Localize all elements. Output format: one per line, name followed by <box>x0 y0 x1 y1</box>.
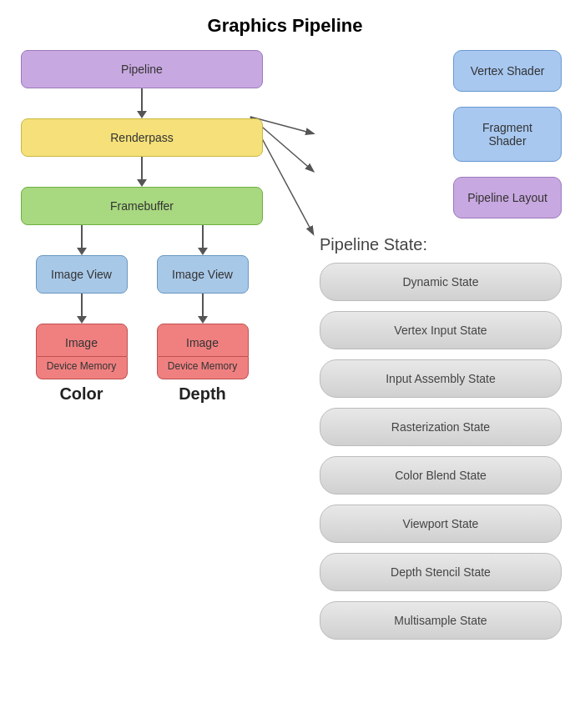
state-box-color-blend-state: Color Blend State <box>320 456 562 495</box>
arrow-pipeline-renderpass <box>137 88 147 118</box>
shader-boxes: Vertex Shader Fragment Shader Pipeline L… <box>311 50 570 218</box>
image-devmem-depth: Image Device Memory <box>157 324 249 379</box>
image-depth-box: Image <box>157 324 249 357</box>
state-box-input-assembly-state: Input Assembly State <box>320 359 562 398</box>
state-box-rasterization-state: Rasterization State <box>320 408 562 446</box>
page-title: Graphics Pipeline <box>0 0 570 45</box>
pipeline-box: Pipeline <box>21 50 263 88</box>
color-label: Color <box>59 384 103 404</box>
framebuffer-box: Framebuffer <box>21 187 263 225</box>
imageview-color-box: Image View <box>36 255 128 294</box>
devmem-depth-box: Device Memory <box>157 357 249 379</box>
depth-branch: Image View Image Device Memory Depth <box>157 225 249 404</box>
imageview-depth-box: Image View <box>157 255 249 294</box>
state-box-depth-stencil-state: Depth Stencil State <box>320 553 562 591</box>
arrow-renderpass-framebuffer <box>137 157 147 187</box>
renderpass-box: Renderpass <box>21 118 263 157</box>
arrow-fb-imageview-color <box>77 225 87 255</box>
color-branch: Image View Image Device Memory Color <box>36 225 128 404</box>
state-box-vertex-input-state: Vertex Input State <box>320 311 562 349</box>
fragment-shader-box: Fragment Shader <box>453 107 562 162</box>
image-devmem-color: Image Device Memory <box>36 324 128 379</box>
arrow-imageview-image-color <box>77 294 87 324</box>
vertex-shader-box: Vertex Shader <box>453 50 562 92</box>
right-panel: Vertex Shader Fragment Shader Pipeline L… <box>311 50 570 650</box>
depth-label: Depth <box>179 384 226 404</box>
image-color-box: Image <box>36 324 128 357</box>
state-box-viewport-state: Viewport State <box>320 505 562 543</box>
arrow-imageview-image-depth <box>198 294 208 324</box>
arrow-fb-imageview-depth <box>198 225 208 255</box>
state-boxes-container: Dynamic StateVertex Input StateInput Ass… <box>311 263 570 640</box>
state-box-multisample-state: Multisample State <box>320 601 562 640</box>
pipeline-layout-box: Pipeline Layout <box>453 177 562 218</box>
left-panel: Pipeline Renderpass Framebuffer <box>0 50 284 404</box>
state-box-dynamic-state: Dynamic State <box>320 263 562 301</box>
pipeline-state-label: Pipeline State: <box>320 235 570 254</box>
devmem-color-box: Device Memory <box>36 357 128 379</box>
